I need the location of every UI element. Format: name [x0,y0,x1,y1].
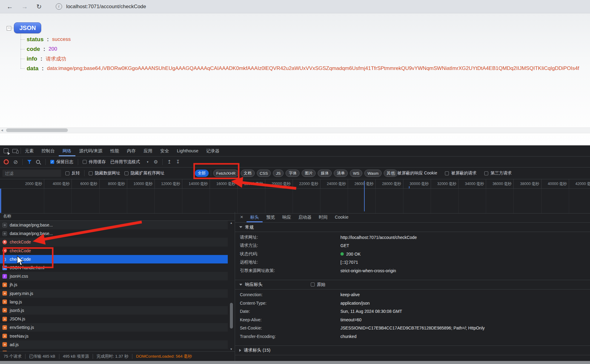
devtools-tab[interactable]: 控制台 [38,145,59,156]
filter-chip[interactable]: Wasm [364,170,381,177]
scroll-left-icon[interactable]: ◀ [1,129,3,132]
request-row[interactable]: json5.js [0,306,228,315]
details-tab[interactable]: 标头 [247,212,263,222]
hide-extension-urls-checkbox[interactable]: 隐藏扩展程序网址 [124,170,164,176]
device-toolbar-icon[interactable] [12,149,18,153]
inspect-element-icon[interactable] [4,148,8,153]
checkbox-icon[interactable] [65,171,69,175]
checkbox-icon[interactable] [391,171,395,175]
forward-icon[interactable]: → [22,3,28,10]
address-bar-url[interactable]: localhost:7071/account/checkCode [66,4,146,10]
request-row[interactable]: ad.js [0,340,228,349]
devtools-tab[interactable]: 记录器 [202,145,224,156]
preserve-log-checkbox[interactable]: ✓ 保留日志 [50,159,73,165]
checkbox-icon[interactable] [445,171,449,175]
details-tab[interactable]: Cookie [331,212,352,222]
header-value: strict-origin-when-cross-origin [340,268,396,273]
throttling-dropdown[interactable]: 已停用节流模式 ▼ [110,159,149,165]
checkbox-icon[interactable] [83,160,87,164]
request-row[interactable]: data:image/png;base... [0,221,228,229]
devtools-tab[interactable]: 安全 [156,145,173,156]
scroll-down-icon[interactable]: ▼ [230,348,233,351]
back-icon[interactable]: ← [7,3,13,10]
response-header-row: Keep-Alive: timeout=60 [235,316,590,324]
blocked-requests-checkbox[interactable]: 被屏蔽的请求 [445,170,476,176]
page-horizontal-scrollbar[interactable]: ◀ [0,127,590,133]
export-har-icon[interactable]: ↧ [176,160,180,164]
request-row[interactable]: JSON.js [0,315,228,323]
filter-chip-all[interactable]: 全部 [195,170,209,177]
request-row[interactable]: envSetting.js [0,323,228,332]
scrollbar-thumb[interactable] [6,128,68,132]
request-row[interactable]: jsonH.css [0,272,228,280]
divider [45,159,46,165]
raw-toggle[interactable]: 原始 [311,282,325,287]
request-row[interactable]: lang.js [0,298,228,306]
checkbox-icon[interactable] [311,283,315,286]
request-row[interactable]: jquery.min.js [0,289,228,298]
request-headers-section-header[interactable]: 请求标头 (15) [235,346,590,355]
request-list-scrollbar[interactable]: ▲ ▼ [229,221,234,351]
third-party-checkbox[interactable]: 第三方请求 [484,170,512,176]
scroll-up-icon[interactable]: ▲ [230,221,233,224]
tree-collapse-toggle[interactable]: − [7,26,11,31]
json-root-badge[interactable]: JSON [14,22,41,33]
close-icon[interactable]: × [237,214,247,220]
timeline-tick: 32000 毫秒 [431,179,459,188]
request-row[interactable]: data:image/png;base... [0,229,228,238]
filter-input[interactable] [2,170,61,177]
request-row[interactable]: jh.js [0,280,228,289]
details-tab[interactable]: 时间 [315,212,331,222]
filter-funnel-icon[interactable] [27,160,31,164]
request-row[interactable]: checkCode [0,238,228,246]
checkbox-icon[interactable] [89,171,93,175]
search-icon[interactable] [36,160,40,164]
grid-cell [569,189,590,213]
record-icon[interactable] [4,159,9,164]
devtools-tab[interactable]: 内存 [123,145,140,156]
site-info-icon[interactable]: i [56,3,62,10]
filter-chip[interactable]: JS [273,170,283,177]
disable-cache-checkbox[interactable]: 停用缓存 [83,159,106,165]
clear-icon[interactable]: ⊘ [13,159,18,165]
devtools-tab[interactable]: 源代码/来源 [75,145,107,156]
request-row[interactable]: checkCode [0,247,228,255]
checkbox-icon[interactable] [484,171,488,175]
request-row[interactable]: JSON-handle.html [0,263,228,272]
blocked-cookies-checkbox[interactable]: 被屏蔽的响应 Cookie [391,170,437,176]
request-row[interactable]: treeNav.js [0,332,228,340]
response-headers-section-header[interactable]: 响应标头 原始 [235,280,590,290]
checkbox-icon[interactable] [124,171,128,175]
filter-chip[interactable]: 图片 [302,170,316,177]
filter-chip[interactable]: 媒体 [318,170,332,177]
filter-chip[interactable]: CSS [257,170,271,177]
request-type-icon [2,231,7,236]
details-tab[interactable]: 启动器 [295,212,315,222]
request-row[interactable]: checkCode [0,255,228,263]
devtools-tab[interactable]: 网络 [59,145,75,156]
network-conditions-icon[interactable]: ⚙ [154,160,158,164]
request-row[interactable]: listenBasicWin.js [0,349,228,351]
checkbox-checked-icon[interactable]: ✓ [50,160,54,164]
filter-chip[interactable]: 文档 [241,170,255,177]
reload-icon[interactable]: ↻ [36,3,42,10]
devtools-tab[interactable]: 元素 [21,145,38,156]
json-colon: : [40,65,45,72]
filter-chip[interactable]: 清单 [334,170,348,177]
general-section-header[interactable]: 常规 [235,223,590,232]
filter-chip[interactable]: 字体 [286,170,300,177]
import-har-icon[interactable]: ↥ [167,160,171,164]
scrollbar-thumb[interactable] [230,303,233,329]
devtools-tab[interactable]: 应用 [140,145,156,156]
filter-chip[interactable]: WS [350,170,362,177]
chevron-down-icon: ▼ [146,160,149,164]
details-tab[interactable]: 预览 [263,212,279,222]
devtools-tab[interactable]: Lighthouse [173,145,202,156]
invert-checkbox[interactable]: 反转 [65,170,80,176]
hide-data-urls-checkbox[interactable]: 隐藏数据网址 [89,170,120,176]
overview-band[interactable] [0,189,590,213]
request-list-header[interactable]: 名称 [0,212,235,221]
details-tab[interactable]: 响应 [279,212,295,222]
filter-chip[interactable]: Fetch/XHR [213,170,239,177]
devtools-tab[interactable]: 性能 [106,145,123,156]
